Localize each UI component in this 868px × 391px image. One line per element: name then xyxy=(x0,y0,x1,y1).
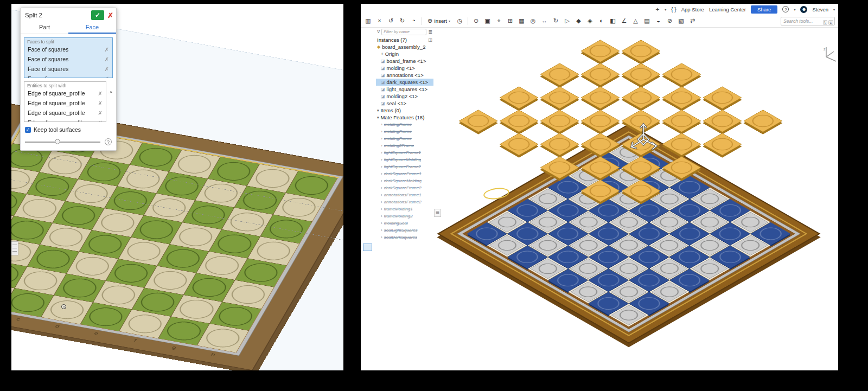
mate-feature-item[interactable]: ›frameMolding1 xyxy=(376,206,433,213)
mate-feature-item[interactable]: ›moldingSeal xyxy=(376,220,433,227)
measure-icon[interactable]: ∠ xyxy=(620,17,628,24)
hole-icon[interactable]: ⊘ xyxy=(666,17,674,24)
animate-icon[interactable]: ▷ xyxy=(563,17,571,24)
mate-feature-item[interactable]: ›darkSquareMolding xyxy=(376,177,433,184)
origin-marker[interactable] xyxy=(61,304,66,309)
slider-handle[interactable] xyxy=(55,139,60,144)
tree-item-dark_squares[interactable]: ◪dark_squares <1> xyxy=(376,79,433,86)
exploded-view-icon[interactable]: ◆ xyxy=(575,17,583,24)
search-tools-input[interactable] xyxy=(781,18,823,24)
mate-feature-item[interactable]: ›molding2Frame xyxy=(376,142,433,149)
tab-part[interactable]: Part xyxy=(21,22,68,34)
mate-feature-item[interactable]: ›annotationsFrame2 xyxy=(376,198,433,206)
tree-root-assembly[interactable]: ◆ board_assembly_2 xyxy=(376,43,433,50)
face-selection-item[interactable]: Face of squares✗ xyxy=(24,74,112,78)
tree-item-seal[interactable]: ◪seal <1> xyxy=(376,100,433,107)
move-part-icon[interactable]: ↔ xyxy=(540,17,548,24)
help-icon[interactable]: ? xyxy=(782,6,789,12)
named-positions-icon[interactable]: ◈ xyxy=(586,17,594,24)
replicate-icon[interactable]: ▦ xyxy=(518,17,526,24)
remove-icon[interactable]: ✗ xyxy=(98,110,103,116)
share-button[interactable]: Share xyxy=(751,5,777,14)
undo-icon[interactable]: ↺ xyxy=(387,17,395,24)
entities-to-split-box[interactable]: Entities to split with Edge of square_pr… xyxy=(24,81,106,122)
assembly-viewport[interactable]: z ≣ xyxy=(433,28,838,370)
mate-icon[interactable]: ⊙ xyxy=(472,17,480,24)
remove-icon[interactable]: ✗ xyxy=(105,76,109,79)
instances-options-icon[interactable]: ◫ xyxy=(428,37,432,42)
panel-drag-handle[interactable]: ≣ xyxy=(434,209,441,217)
cancel-button[interactable]: ✗ xyxy=(107,11,113,20)
filter-by-name-input[interactable] xyxy=(381,29,426,35)
mate-feature-item[interactable]: ›darkSquareFrame1 xyxy=(376,170,433,177)
ai-sparkle-icon[interactable]: ✦ xyxy=(655,7,660,12)
group-icon[interactable]: ▣ xyxy=(483,17,492,24)
items-section[interactable]: ▾ Items (0) xyxy=(376,107,433,114)
pattern-icon[interactable]: ▧ xyxy=(677,17,685,24)
remove-icon[interactable]: ✗ xyxy=(98,120,103,123)
mate-feature-item[interactable]: ›moldingFrame xyxy=(376,135,433,142)
edge-selection-item[interactable]: Edge of square_profile✗ xyxy=(24,108,106,118)
mate-feature-item[interactable]: ›moldingFrame xyxy=(376,121,433,128)
edge-selection-item[interactable]: Edge of square_profile✗ xyxy=(24,88,106,98)
mate-feature-item[interactable]: ›darkSquareFrame2 xyxy=(376,184,433,191)
keep-tool-surfaces-checkbox[interactable]: ✓ xyxy=(25,127,31,133)
side-panel-handle[interactable] xyxy=(11,241,18,255)
history-clock-icon[interactable]: ◷ xyxy=(456,17,464,24)
section-view-icon[interactable]: ◧ xyxy=(609,17,617,24)
face-selection-item[interactable]: Face of squares✗ xyxy=(24,44,112,54)
redo-icon[interactable]: ↻ xyxy=(398,17,406,24)
mate-features-section[interactable]: ▾ Mate Features (18) xyxy=(376,114,433,121)
tree-item-light_squares[interactable]: ◪light_squares <1> xyxy=(376,86,433,93)
bulk-mate-icon[interactable]: ⊞ xyxy=(506,17,514,24)
mate-feature-item[interactable]: ›lightSquareFrame2 xyxy=(376,163,433,170)
selection-options-icon[interactable]: ◔ xyxy=(106,88,114,97)
configurations-icon[interactable]: ⇄ xyxy=(688,17,697,24)
tree-item-origin[interactable]: +Origin xyxy=(376,50,433,57)
mate-feature-item[interactable]: ›sealLightSquares xyxy=(376,227,433,234)
remove-icon[interactable]: ✗ xyxy=(105,56,109,62)
document-thumbnail-icon[interactable] xyxy=(363,243,372,251)
tree-item-molding2[interactable]: ◪molding2 <1> xyxy=(376,93,433,100)
remove-icon[interactable]: ✗ xyxy=(98,91,103,97)
close-panel-icon[interactable]: × xyxy=(375,17,384,24)
mass-properties-icon[interactable]: △ xyxy=(631,17,640,24)
opacity-slider[interactable] xyxy=(25,142,100,143)
code-icon[interactable]: { } xyxy=(671,7,676,12)
display-states-icon[interactable]: ◐ xyxy=(597,17,605,24)
mate-feature-item[interactable]: ›lightSquareFrame1 xyxy=(376,149,433,156)
mate-feature-item[interactable]: ›lightSquareMolding xyxy=(376,156,433,163)
app-store-link[interactable]: App Store xyxy=(681,7,704,12)
bom-icon[interactable]: ▤ xyxy=(643,17,651,24)
mate-feature-item[interactable]: ›annotationsFrame1 xyxy=(376,191,433,198)
face-selection-item[interactable]: Face of squares✗ xyxy=(24,54,112,64)
confirm-button[interactable]: ✓ xyxy=(91,10,104,20)
mate-feature-item[interactable]: ›sealDarkSquares xyxy=(376,234,433,241)
appearance-icon[interactable]: ◒ xyxy=(654,17,662,24)
snap-mode-icon[interactable]: ◎ xyxy=(529,17,537,24)
faces-to-split-box[interactable]: Faces to split Face of squares✗Face of s… xyxy=(24,37,113,78)
tree-item-annotations[interactable]: ◪annotations <1> xyxy=(376,72,433,79)
view-axes-indicator[interactable]: z xyxy=(823,45,837,67)
tab-face[interactable]: Face xyxy=(68,22,116,34)
list-view-icon[interactable]: ≣ xyxy=(428,29,432,35)
user-name[interactable]: Steven xyxy=(812,7,828,12)
tree-item-molding[interactable]: ◪molding <1> xyxy=(376,65,433,72)
mate-feature-item[interactable]: ›frameMolding2 xyxy=(376,213,433,220)
remove-icon[interactable]: ✗ xyxy=(105,47,109,53)
edge-selection-item[interactable]: Edge of square_profile✗ xyxy=(24,98,106,108)
rollback-icon[interactable]: ◔ xyxy=(410,17,418,24)
user-avatar[interactable]: ☻ xyxy=(800,6,807,13)
face-selection-item[interactable]: Face of squares✗ xyxy=(24,64,112,74)
help-icon[interactable]: ? xyxy=(105,138,112,145)
edge-selection-item[interactable]: Edge of square_profile✗ xyxy=(24,118,106,122)
remove-icon[interactable]: ✗ xyxy=(105,66,109,72)
rotate-part-icon[interactable]: ↻ xyxy=(552,17,560,24)
insert-button[interactable]: ⊕ Insert ▾ xyxy=(426,17,452,25)
mate-feature-item[interactable]: ›moldingFrame xyxy=(376,128,433,135)
learning-center-link[interactable]: Learning Center xyxy=(709,7,746,12)
mate-connector-icon[interactable]: ⌖ xyxy=(495,17,503,24)
panel-toggle-icon[interactable]: ▥ xyxy=(364,17,372,24)
tree-item-board_frame[interactable]: ◪board_frame <1> xyxy=(376,57,433,65)
remove-icon[interactable]: ✗ xyxy=(98,100,103,106)
